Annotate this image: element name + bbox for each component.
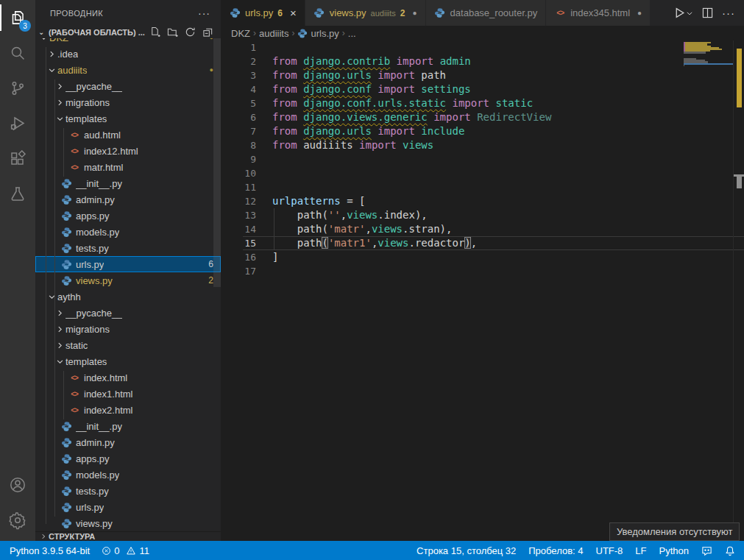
tree-item-tests.py[interactable]: tests.py: [35, 240, 221, 256]
minimap[interactable]: [684, 40, 733, 541]
python-interpreter-status[interactable]: Python 3.9.5 64-bit: [10, 545, 90, 556]
refresh-icon[interactable]: [185, 26, 196, 38]
tree-item-label: apps.py: [76, 453, 110, 464]
sidebar-scrollbar[interactable]: [213, 38, 221, 287]
tab-database_roouter.py[interactable]: database_roouter.py: [426, 0, 547, 26]
line-content: [256, 40, 744, 54]
tree-item-admin.py[interactable]: admin.py: [35, 434, 221, 450]
tree-item-__init__.py[interactable]: __init__.py: [35, 175, 221, 191]
code-line-10[interactable]: 10: [221, 166, 744, 180]
tree-item-index1.html[interactable]: <>index1.html: [35, 386, 221, 402]
tree-item-.idea[interactable]: .idea: [35, 46, 221, 62]
breadcrumb-item-urls.py[interactable]: urls.py: [297, 28, 339, 39]
tree-item-aud.html[interactable]: <>aud.html: [35, 127, 221, 143]
code-line-9[interactable]: 9: [221, 152, 744, 166]
tree-item-views.py[interactable]: views.py2: [35, 272, 221, 288]
code-line-11[interactable]: 11: [221, 180, 744, 194]
close-icon[interactable]: ×: [290, 7, 297, 19]
code-line-5[interactable]: 5from django.conf.urls.static import sta…: [221, 96, 744, 110]
tree-item-apps.py[interactable]: apps.py: [35, 208, 221, 224]
collapse-folders-icon[interactable]: [202, 26, 213, 38]
tree-item-migrations[interactable]: migrations: [35, 321, 221, 337]
new-file-icon[interactable]: [149, 26, 160, 38]
tree-item-templates[interactable]: templates: [35, 110, 221, 127]
tab-index345.html[interactable]: <>index345.html●: [546, 0, 651, 26]
code-line-6[interactable]: 6from django.views.generic import Redire…: [221, 110, 744, 124]
tree-item-urls.py[interactable]: urls.py: [35, 499, 221, 515]
testing-icon[interactable]: [0, 177, 35, 212]
code-line-15[interactable]: 15 path('matr1',views.redactor),: [221, 236, 744, 250]
tab-views.py[interactable]: views.pyaudiiits2●: [305, 0, 426, 26]
run-debug-icon[interactable]: [0, 106, 35, 141]
modified-dot-icon[interactable]: ●: [637, 9, 642, 17]
breadcrumb-separator: ›: [291, 28, 294, 38]
run-button[interactable]: [673, 7, 693, 19]
tree-item-DKZ[interactable]: DKZ●: [35, 38, 221, 46]
code-editor[interactable]: 12from django.contrib import admin3from …: [221, 40, 744, 541]
tree-item-aythh[interactable]: aythh: [35, 288, 221, 305]
tree-item-admin.py[interactable]: admin.py: [35, 191, 221, 208]
code-line-7[interactable]: 7from django.urls import include: [221, 124, 744, 138]
modified-dot-icon[interactable]: ●: [413, 9, 417, 17]
code-line-14[interactable]: 14 path('matr',views.stran),: [221, 222, 744, 236]
tree-item-index.html[interactable]: <>index.html: [35, 369, 221, 386]
code-line-8[interactable]: 8from audiiits import views: [221, 138, 744, 152]
tree-item-__init__.py[interactable]: __init__.py: [35, 418, 221, 434]
breadcrumb-item-...[interactable]: ...: [348, 28, 356, 39]
tree-item-views.py[interactable]: views.py: [35, 515, 221, 531]
tree-item-static[interactable]: static: [35, 337, 221, 353]
settings-gear-icon[interactable]: [0, 503, 35, 538]
extensions-icon[interactable]: [0, 141, 35, 177]
breadcrumb-item-DKZ[interactable]: DKZ: [231, 28, 250, 39]
code-line-13[interactable]: 13 path('',views.index),: [221, 208, 744, 222]
split-editor-icon[interactable]: [702, 7, 713, 18]
code-line-4[interactable]: 4from django.conf import settings: [221, 82, 744, 96]
sidebar-more-icon[interactable]: ···: [198, 7, 210, 19]
search-icon[interactable]: [0, 35, 35, 71]
line-number: 6: [221, 110, 256, 124]
tree-item-apps.py[interactable]: apps.py: [35, 450, 221, 467]
source-control-icon[interactable]: [0, 71, 35, 106]
overview-ruler[interactable]: [733, 40, 744, 541]
code-line-2[interactable]: 2from django.contrib import admin: [221, 54, 744, 68]
code-line-3[interactable]: 3from django.urls import path: [221, 68, 744, 82]
chevron-right-icon: [54, 99, 65, 107]
tree-item-models.py[interactable]: models.py: [35, 467, 221, 483]
tree-item-__pycache__[interactable]: __pycache__: [35, 78, 221, 94]
breadcrumb-item-audiiits[interactable]: audiiits: [259, 28, 288, 39]
feedback-icon[interactable]: [701, 545, 712, 556]
editor-more-icon[interactable]: ···: [722, 7, 735, 19]
explorer-icon[interactable]: 3: [0, 0, 35, 35]
tree-item-index2.html[interactable]: <>index2.html: [35, 402, 221, 418]
status-bar: Python 3.9.5 64-bit 0 11 Строка 15, стол…: [0, 541, 744, 560]
code-line-16[interactable]: 16]: [221, 250, 744, 264]
tree-item-templates[interactable]: templates: [35, 353, 221, 369]
tree-item-tests.py[interactable]: tests.py: [35, 483, 221, 499]
python-file-icon: [60, 210, 72, 221]
status-item[interactable]: LF: [635, 545, 646, 556]
code-line-12[interactable]: 12urlpatterns = [: [221, 194, 744, 208]
tree-item-matr.html[interactable]: <>matr.html: [35, 159, 221, 175]
workspace-section-header[interactable]: ⌄ (РАБОЧАЯ ОБЛАСТЬ) ...: [35, 26, 221, 38]
tree-item-index12.html[interactable]: <>index12.html: [35, 143, 221, 159]
problems-status[interactable]: 0 11: [102, 545, 149, 556]
new-folder-icon[interactable]: [167, 26, 178, 38]
status-item[interactable]: Строка 15, столбец 32: [417, 545, 516, 556]
tree-item-models.py[interactable]: models.py: [35, 224, 221, 240]
tree-item-label: admin.py: [76, 194, 115, 205]
account-icon[interactable]: [0, 467, 35, 503]
status-item[interactable]: Пробелов: 4: [528, 545, 583, 556]
tree-item-urls.py[interactable]: urls.py6: [35, 256, 221, 272]
notifications-bell-icon[interactable]: [725, 545, 735, 556]
tree-item-__pycache__[interactable]: __pycache__: [35, 305, 221, 321]
code-line-1[interactable]: 1: [221, 40, 744, 54]
code-line-17[interactable]: 17: [221, 264, 744, 278]
tab-urls.py[interactable]: urls.py6×: [221, 0, 305, 26]
tree-item-audiiits[interactable]: audiiits●: [35, 62, 221, 78]
line-number: 17: [221, 264, 256, 278]
outline-section-header[interactable]: СТРУКТУРА: [35, 531, 221, 541]
status-item[interactable]: UTF-8: [596, 545, 623, 556]
status-item[interactable]: Python: [659, 545, 689, 556]
tree-item-migrations[interactable]: migrations: [35, 94, 221, 110]
chevron-down-icon: [46, 293, 57, 301]
